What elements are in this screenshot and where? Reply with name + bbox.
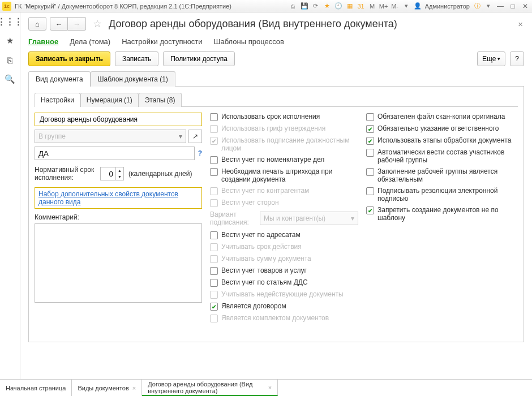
window-minimize-button[interactable]: — (496, 2, 505, 10)
m-plus-badge[interactable]: M+ (380, 2, 388, 10)
favorite-icon[interactable]: ★ (323, 2, 331, 10)
index-help-icon[interactable]: ? (198, 149, 202, 157)
tab-access-settings[interactable]: Настройки доступности (122, 37, 202, 46)
checkbox-row[interactable]: Необходима печать штрихкода при создании… (210, 167, 358, 183)
checkbox-row[interactable]: Обязательно указание ответственного (366, 124, 518, 133)
close-icon[interactable]: × (132, 385, 136, 391)
signing-variant-row: Вариант подписания:Мы и контрагент(ы)▾ (210, 210, 358, 226)
tab-document-template[interactable]: Шаблон документа (1) (91, 71, 175, 87)
m-minus-badge[interactable]: M- (391, 2, 399, 10)
checkbox-icon[interactable] (210, 168, 218, 176)
checkbox-icon[interactable] (366, 125, 374, 133)
norm-value-input[interactable] (101, 169, 115, 179)
checkbox-row[interactable]: Является договором (210, 302, 358, 311)
norm-spinner[interactable]: ▲ ▼ (100, 167, 124, 180)
checkbox-row[interactable]: Обязателен файл скан-копии оригинала (366, 113, 518, 121)
checkbox-row[interactable]: Использовать этапы обработки документа (366, 136, 518, 145)
checkbox-icon[interactable] (210, 279, 218, 287)
calc-icon[interactable]: ▦ (346, 2, 354, 10)
checkbox-icon[interactable] (366, 187, 374, 195)
access-policies-button[interactable]: Политики доступа (163, 51, 235, 66)
checkbox-icon[interactable] (210, 267, 218, 275)
checkbox-row[interactable]: Вести учет по адресатам (210, 231, 358, 239)
user-label[interactable]: Администратор (425, 3, 470, 10)
close-panel-button[interactable]: × (514, 18, 526, 30)
tab-settings[interactable]: Настройки (35, 93, 80, 107)
checkbox-row[interactable]: Подписывать резолюции электронной подпис… (366, 187, 518, 203)
search-icon[interactable]: 🔍 (5, 74, 16, 85)
dropdown-icon[interactable]: ▾ (402, 2, 410, 10)
spinner-up-icon[interactable]: ▲ (116, 167, 123, 174)
checkbox-label: Заполнение рабочей группы является обяза… (377, 167, 518, 183)
info-dropdown-icon[interactable]: ▾ (484, 2, 492, 10)
checkbox-icon[interactable] (366, 206, 374, 214)
home-button[interactable]: ⌂ (28, 17, 46, 31)
tab-main[interactable]: Главное (28, 37, 58, 46)
checkbox-row[interactable]: Вести учет по статьям ДДС (210, 278, 358, 287)
checkbox-label: Является комплектом документов (221, 314, 358, 322)
window-maximize-button[interactable]: □ (508, 2, 517, 10)
name-input[interactable] (38, 115, 198, 124)
group-open-button[interactable]: ↗ (188, 130, 202, 143)
refresh-icon[interactable]: ⟳ (312, 2, 320, 10)
command-bar: Записать и закрыть Записать Политики дос… (20, 51, 532, 71)
variant-select[interactable]: Мы и контрагент(ы)▾ (260, 212, 358, 225)
checkbox-row: Вести учет по контрагентам (210, 187, 358, 195)
tab-document-type[interactable]: Вид документа (28, 71, 91, 87)
checkbox-icon[interactable] (366, 168, 374, 176)
history-icon[interactable]: 🕘 (334, 2, 342, 10)
group-select[interactable]: В группе ▾ (35, 130, 186, 143)
checkbox-icon[interactable] (366, 113, 374, 121)
comment-textarea[interactable] (35, 223, 202, 303)
checkbox-row[interactable]: Использовать срок исполнения (210, 113, 358, 121)
window-close-button[interactable]: ✕ (521, 2, 530, 10)
checkbox-icon (210, 291, 218, 299)
tab-process-templates[interactable]: Шаблоны процессов (214, 37, 284, 46)
save-button[interactable]: Записать (115, 51, 158, 66)
index-input[interactable] (35, 147, 195, 160)
checkbox-label: Обязателен файл скан-копии оригинала (377, 113, 518, 120)
name-field-wrapper[interactable] (35, 113, 202, 126)
checkbox-row[interactable]: Вести учет товаров и услуг (210, 266, 358, 275)
back-button[interactable]: ← (50, 17, 68, 31)
more-button[interactable]: Еще ▾ (477, 51, 505, 66)
favorite-star-icon[interactable]: ☆ (93, 18, 102, 30)
checkbox-icon[interactable] (366, 149, 374, 157)
tab-body: Настройки Нумерация (1) Этапы (8) В груп… (28, 87, 524, 342)
checkbox-icon[interactable] (366, 137, 374, 145)
checkbox-label: Вести учет сторон (221, 199, 358, 206)
checkbox-icon[interactable] (210, 303, 218, 311)
spinner-down-icon[interactable]: ▼ (116, 174, 123, 180)
checkbox-icon[interactable] (210, 156, 218, 164)
forward-button[interactable]: → (68, 17, 86, 31)
top-tabs: Вид документа Шаблон документа (1) (28, 71, 524, 87)
save-icon[interactable]: 💾 (301, 2, 308, 10)
checkbox-label: Вести учет по адресатам (221, 231, 358, 239)
save-close-button[interactable]: Записать и закрыть (28, 51, 110, 66)
tab-numbering[interactable]: Нумерация (1) (80, 93, 139, 107)
star-icon[interactable]: ★ (5, 35, 16, 46)
checkbox-label: Использовать гриф утверждения (221, 124, 358, 132)
clipboard-icon[interactable]: ⎘ (5, 54, 16, 66)
apps-icon[interactable]: ⋮⋮⋮ (5, 16, 16, 27)
app-logo-icon: 1c (2, 2, 11, 11)
checkbox-icon[interactable] (210, 113, 218, 121)
checkbox-label: Использовать подписание должностным лицо… (221, 136, 358, 152)
info-icon[interactable]: ⓘ (473, 2, 481, 10)
doc-tab[interactable]: Договор аренды оборудования (Вид внутрен… (142, 380, 278, 396)
print-icon[interactable]: ⎙ (289, 2, 297, 10)
checkbox-icon[interactable] (210, 231, 218, 239)
close-icon[interactable]: × (268, 384, 272, 391)
checkbox-row[interactable]: Заполнение рабочей группы является обяза… (366, 167, 518, 183)
help-button[interactable]: ? (510, 51, 524, 66)
checkbox-row[interactable]: Запретить создание документов не по шабл… (366, 206, 518, 222)
doc-tab[interactable]: Виды документов× (72, 380, 142, 396)
tab-stages[interactable]: Этапы (8) (139, 93, 182, 107)
checkbox-row[interactable]: Вести учет по номенклатуре дел (210, 156, 358, 164)
tab-cases[interactable]: Дела (тома) (70, 37, 110, 46)
calendar-icon[interactable]: 31 (357, 2, 365, 10)
doc-tab[interactable]: Начальная страница (0, 380, 72, 396)
m-badge[interactable]: M (368, 2, 376, 10)
checkbox-row[interactable]: Автоматически вести состав участников ра… (366, 148, 518, 164)
extra-props-link[interactable]: Набор дополнительных свойств документов … (38, 190, 178, 206)
